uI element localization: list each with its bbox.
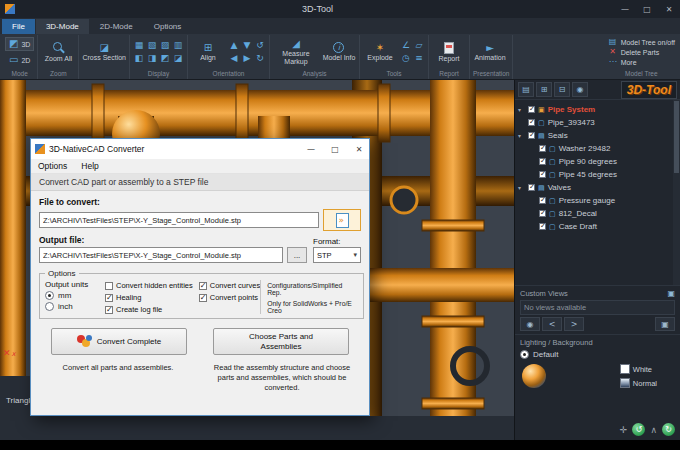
tree-item[interactable]: ▾ Pipe 90 degrees <box>518 155 671 168</box>
panel-toolbar-icon[interactable]: ▤ <box>518 82 534 97</box>
maximize-button[interactable]: □ <box>636 0 658 18</box>
lighting-sphere-preview[interactable] <box>522 364 546 388</box>
ribbon-tab[interactable]: File <box>2 19 35 34</box>
half-view-icon[interactable]: ◧ <box>133 53 145 65</box>
background-white-option[interactable]: White <box>620 364 657 374</box>
list-tool-icon[interactable]: ≡ <box>413 53 425 65</box>
option-checkbox[interactable]: Convert hidden entities <box>105 281 193 290</box>
scrollbar-thumb[interactable] <box>674 101 679 173</box>
ribbon-tab[interactable]: Options <box>144 19 192 34</box>
tree-scrollbar[interactable] <box>673 100 680 285</box>
visibility-checkbox[interactable] <box>539 223 546 230</box>
unit-radio[interactable]: inch <box>45 302 99 311</box>
model-tree-menu-item[interactable]: Delete Parts <box>608 48 675 56</box>
output-file-input[interactable] <box>39 247 283 263</box>
tree-root-item[interactable]: ▾ Pipe System <box>518 103 671 116</box>
minimize-button[interactable]: — <box>614 0 636 18</box>
hidden-line-view-icon[interactable]: ▨ <box>159 40 171 52</box>
expand-arrow-icon[interactable]: ▾ <box>518 184 525 191</box>
section-view-icon[interactable]: ◪ <box>172 53 184 65</box>
report-button[interactable]: Report <box>432 42 466 63</box>
convert-complete-button[interactable]: Convert Complete <box>51 328 187 355</box>
model-info-button[interactable]: Model Info <box>322 42 356 62</box>
tree-item[interactable]: ▾ Pipe 45 degrees <box>518 168 671 181</box>
tree-item[interactable]: ▾ Washer 29482 <box>518 142 671 155</box>
custom-view-button[interactable]: > <box>564 317 584 331</box>
save-view-icon[interactable]: ▣ <box>667 289 675 298</box>
visibility-checkbox[interactable] <box>539 171 546 178</box>
ribbon-tab[interactable]: 2D-Mode <box>90 19 143 34</box>
visibility-checkbox[interactable] <box>539 197 546 204</box>
rotate-up-icon[interactable]: ▲ <box>228 40 240 52</box>
rotate-down-icon[interactable]: ▼ <box>241 40 253 52</box>
rotate-ccw-icon[interactable]: ↺ <box>254 40 266 52</box>
file-to-convert-input[interactable] <box>39 212 319 228</box>
panel-toolbar-icon[interactable]: ⊟ <box>554 82 570 97</box>
background-normal-option[interactable]: Normal <box>620 378 657 388</box>
model-tree-menu-item[interactable]: Model Tree on/off <box>608 38 675 46</box>
explode-button[interactable]: Explode <box>363 43 397 62</box>
visibility-checkbox[interactable] <box>539 210 546 217</box>
visibility-checkbox[interactable] <box>528 184 535 191</box>
rotate-cw-icon[interactable]: ↻ <box>254 53 266 65</box>
align-button[interactable]: Align <box>191 43 225 62</box>
tree-item[interactable]: ▾ Seals <box>518 129 671 142</box>
visibility-checkbox[interactable] <box>539 158 546 165</box>
browse-file-button[interactable] <box>323 209 361 231</box>
option-checkbox[interactable]: Healing <box>105 293 193 302</box>
expand-arrow-icon[interactable]: ▾ <box>518 106 525 113</box>
angle-tool-icon[interactable]: ∠ <box>400 40 412 52</box>
measure-markup-button[interactable]: Measure Markup <box>273 39 319 65</box>
compare-tool-icon[interactable]: ▱ <box>413 40 425 52</box>
mode-2d-button[interactable]: 2D <box>5 53 34 67</box>
zoom-all-button[interactable]: Zoom All <box>41 41 75 63</box>
panel-footer-icon[interactable]: ↻ <box>662 423 675 436</box>
close-button[interactable]: ✕ <box>658 0 680 18</box>
edges-view-icon[interactable]: ◨ <box>146 53 158 65</box>
browse-output-button[interactable]: ... <box>287 247 307 263</box>
format-dropdown[interactable]: STP ▾ <box>313 247 361 263</box>
transparent-view-icon[interactable]: ▥ <box>172 40 184 52</box>
dialog-close-button[interactable]: ✕ <box>349 139 369 159</box>
dialog-minimize-button[interactable]: — <box>301 139 321 159</box>
clock-tool-icon[interactable]: ◷ <box>400 53 412 65</box>
model-tree-menu-item[interactable]: More <box>608 58 675 66</box>
visibility-checkbox[interactable] <box>539 145 546 152</box>
shaded-view-icon[interactable]: ▦ <box>133 40 145 52</box>
option-checkbox[interactable]: Create log file <box>105 305 193 314</box>
tree-item[interactable]: ▾ Case Draft <box>518 220 671 233</box>
dialog-maximize-button[interactable]: □ <box>325 139 345 159</box>
panel-toolbar-icon[interactable]: ◉ <box>572 82 588 97</box>
tree-item[interactable]: ▾ 812_Decal <box>518 207 671 220</box>
panel-toolbar-icon[interactable]: ⊞ <box>536 82 552 97</box>
choose-parts-button[interactable]: Choose Parts and Assemblies <box>213 328 349 355</box>
panel-footer-icon[interactable]: ∧ <box>650 425 657 435</box>
custom-view-button[interactable]: ◉ <box>520 317 540 331</box>
option-checkbox[interactable]: Convert curves <box>199 281 260 290</box>
visibility-checkbox[interactable] <box>528 106 535 113</box>
dialog-menu-item[interactable]: Options <box>31 161 74 171</box>
rotate-right-icon[interactable]: ▶ <box>241 53 253 65</box>
panel-footer-icon[interactable]: ↺ <box>632 423 645 436</box>
corner-view-icon[interactable]: ◩ <box>159 53 171 65</box>
lighting-default-radio[interactable]: Default <box>520 350 675 359</box>
custom-view-button[interactable]: < <box>542 317 562 331</box>
unit-radio[interactable]: mm <box>45 291 99 300</box>
panel-footer-icon[interactable]: ✛ <box>620 425 628 435</box>
rotate-left-icon[interactable]: ◀ <box>228 53 240 65</box>
expand-arrow-icon[interactable]: ▾ <box>518 132 525 139</box>
tree-item[interactable]: ▾ Pipe_393473 <box>518 116 671 129</box>
wireframe-view-icon[interactable]: ▧ <box>146 40 158 52</box>
dialog-menu-item[interactable]: Help <box>74 161 105 171</box>
animation-button[interactable]: Animation <box>473 43 507 62</box>
tree-item[interactable]: ▾ Pressure gauge <box>518 194 671 207</box>
visibility-checkbox[interactable] <box>528 132 535 139</box>
cross-section-button[interactable]: Cross Section <box>82 43 126 62</box>
option-checkbox[interactable]: Convert points <box>199 293 260 302</box>
mode-3d-button[interactable]: 3D <box>5 37 34 51</box>
custom-views-list[interactable]: No views available <box>520 300 675 315</box>
tree-item[interactable]: ▾ Valves <box>518 181 671 194</box>
visibility-checkbox[interactable] <box>528 119 535 126</box>
custom-view-button[interactable]: ▣ <box>655 317 675 331</box>
ribbon-tab[interactable]: 3D-Mode <box>36 19 89 34</box>
